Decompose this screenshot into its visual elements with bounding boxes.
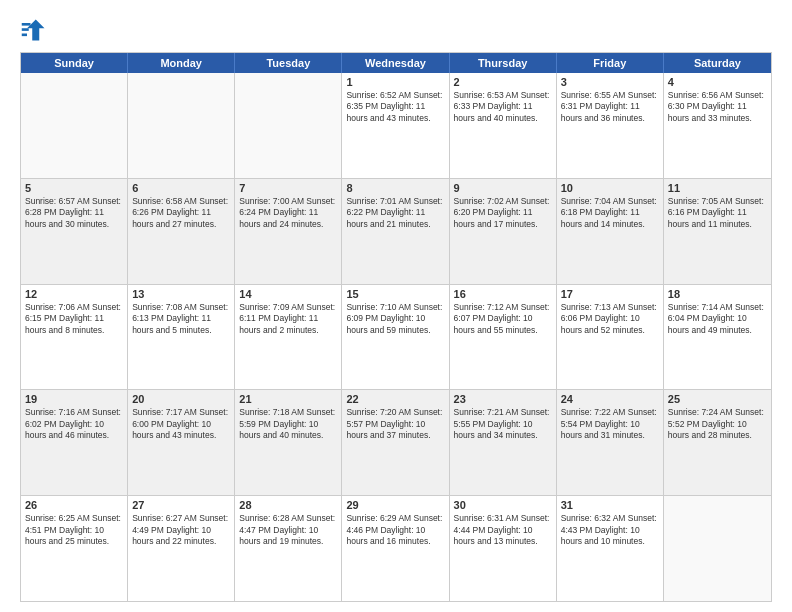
day-number: 19 xyxy=(25,393,123,405)
calendar-cell xyxy=(21,73,128,178)
header-cell-thursday: Thursday xyxy=(450,53,557,73)
calendar-body: 1Sunrise: 6:52 AM Sunset: 6:35 PM Daylig… xyxy=(21,73,771,601)
calendar-cell: 18Sunrise: 7:14 AM Sunset: 6:04 PM Dayli… xyxy=(664,285,771,390)
calendar-cell: 29Sunrise: 6:29 AM Sunset: 4:46 PM Dayli… xyxy=(342,496,449,601)
calendar-cell: 26Sunrise: 6:25 AM Sunset: 4:51 PM Dayli… xyxy=(21,496,128,601)
day-number: 24 xyxy=(561,393,659,405)
day-number: 13 xyxy=(132,288,230,300)
calendar-cell xyxy=(235,73,342,178)
header-cell-wednesday: Wednesday xyxy=(342,53,449,73)
day-info: Sunrise: 6:52 AM Sunset: 6:35 PM Dayligh… xyxy=(346,90,444,124)
page: SundayMondayTuesdayWednesdayThursdayFrid… xyxy=(0,0,792,612)
calendar-cell: 14Sunrise: 7:09 AM Sunset: 6:11 PM Dayli… xyxy=(235,285,342,390)
calendar-cell: 13Sunrise: 7:08 AM Sunset: 6:13 PM Dayli… xyxy=(128,285,235,390)
calendar-cell: 12Sunrise: 7:06 AM Sunset: 6:15 PM Dayli… xyxy=(21,285,128,390)
day-number: 30 xyxy=(454,499,552,511)
calendar-cell: 20Sunrise: 7:17 AM Sunset: 6:00 PM Dayli… xyxy=(128,390,235,495)
day-number: 25 xyxy=(668,393,767,405)
day-info: Sunrise: 7:21 AM Sunset: 5:55 PM Dayligh… xyxy=(454,407,552,441)
day-number: 2 xyxy=(454,76,552,88)
svg-rect-2 xyxy=(22,23,31,26)
svg-rect-4 xyxy=(22,34,27,37)
calendar-cell: 23Sunrise: 7:21 AM Sunset: 5:55 PM Dayli… xyxy=(450,390,557,495)
calendar-cell: 22Sunrise: 7:20 AM Sunset: 5:57 PM Dayli… xyxy=(342,390,449,495)
header-cell-sunday: Sunday xyxy=(21,53,128,73)
calendar-cell: 8Sunrise: 7:01 AM Sunset: 6:22 PM Daylig… xyxy=(342,179,449,284)
calendar-cell xyxy=(128,73,235,178)
day-info: Sunrise: 7:20 AM Sunset: 5:57 PM Dayligh… xyxy=(346,407,444,441)
day-info: Sunrise: 6:28 AM Sunset: 4:47 PM Dayligh… xyxy=(239,513,337,547)
calendar-cell: 11Sunrise: 7:05 AM Sunset: 6:16 PM Dayli… xyxy=(664,179,771,284)
calendar-cell: 24Sunrise: 7:22 AM Sunset: 5:54 PM Dayli… xyxy=(557,390,664,495)
day-info: Sunrise: 6:56 AM Sunset: 6:30 PM Dayligh… xyxy=(668,90,767,124)
calendar-header: SundayMondayTuesdayWednesdayThursdayFrid… xyxy=(21,53,771,73)
header-cell-monday: Monday xyxy=(128,53,235,73)
day-info: Sunrise: 6:53 AM Sunset: 6:33 PM Dayligh… xyxy=(454,90,552,124)
calendar-cell: 21Sunrise: 7:18 AM Sunset: 5:59 PM Dayli… xyxy=(235,390,342,495)
svg-rect-3 xyxy=(22,28,29,31)
calendar-row-5: 26Sunrise: 6:25 AM Sunset: 4:51 PM Dayli… xyxy=(21,496,771,601)
day-info: Sunrise: 7:01 AM Sunset: 6:22 PM Dayligh… xyxy=(346,196,444,230)
calendar-row-3: 12Sunrise: 7:06 AM Sunset: 6:15 PM Dayli… xyxy=(21,285,771,391)
day-number: 3 xyxy=(561,76,659,88)
day-number: 18 xyxy=(668,288,767,300)
day-number: 6 xyxy=(132,182,230,194)
calendar-cell: 17Sunrise: 7:13 AM Sunset: 6:06 PM Dayli… xyxy=(557,285,664,390)
day-info: Sunrise: 7:04 AM Sunset: 6:18 PM Dayligh… xyxy=(561,196,659,230)
day-info: Sunrise: 6:29 AM Sunset: 4:46 PM Dayligh… xyxy=(346,513,444,547)
calendar-cell: 16Sunrise: 7:12 AM Sunset: 6:07 PM Dayli… xyxy=(450,285,557,390)
day-info: Sunrise: 7:10 AM Sunset: 6:09 PM Dayligh… xyxy=(346,302,444,336)
day-info: Sunrise: 6:27 AM Sunset: 4:49 PM Dayligh… xyxy=(132,513,230,547)
calendar-cell: 5Sunrise: 6:57 AM Sunset: 6:28 PM Daylig… xyxy=(21,179,128,284)
calendar-row-1: 1Sunrise: 6:52 AM Sunset: 6:35 PM Daylig… xyxy=(21,73,771,179)
day-info: Sunrise: 6:32 AM Sunset: 4:43 PM Dayligh… xyxy=(561,513,659,547)
day-info: Sunrise: 7:14 AM Sunset: 6:04 PM Dayligh… xyxy=(668,302,767,336)
calendar-cell: 31Sunrise: 6:32 AM Sunset: 4:43 PM Dayli… xyxy=(557,496,664,601)
day-number: 26 xyxy=(25,499,123,511)
day-number: 20 xyxy=(132,393,230,405)
calendar-cell: 15Sunrise: 7:10 AM Sunset: 6:09 PM Dayli… xyxy=(342,285,449,390)
header xyxy=(20,16,772,44)
day-info: Sunrise: 6:25 AM Sunset: 4:51 PM Dayligh… xyxy=(25,513,123,547)
day-info: Sunrise: 6:57 AM Sunset: 6:28 PM Dayligh… xyxy=(25,196,123,230)
day-info: Sunrise: 7:09 AM Sunset: 6:11 PM Dayligh… xyxy=(239,302,337,336)
day-number: 21 xyxy=(239,393,337,405)
day-number: 9 xyxy=(454,182,552,194)
calendar-cell: 28Sunrise: 6:28 AM Sunset: 4:47 PM Dayli… xyxy=(235,496,342,601)
day-number: 7 xyxy=(239,182,337,194)
header-cell-friday: Friday xyxy=(557,53,664,73)
calendar-cell: 10Sunrise: 7:04 AM Sunset: 6:18 PM Dayli… xyxy=(557,179,664,284)
day-number: 8 xyxy=(346,182,444,194)
calendar-cell: 3Sunrise: 6:55 AM Sunset: 6:31 PM Daylig… xyxy=(557,73,664,178)
day-number: 1 xyxy=(346,76,444,88)
day-info: Sunrise: 6:31 AM Sunset: 4:44 PM Dayligh… xyxy=(454,513,552,547)
day-info: Sunrise: 7:16 AM Sunset: 6:02 PM Dayligh… xyxy=(25,407,123,441)
day-number: 29 xyxy=(346,499,444,511)
logo xyxy=(20,16,52,44)
calendar-cell: 4Sunrise: 6:56 AM Sunset: 6:30 PM Daylig… xyxy=(664,73,771,178)
day-info: Sunrise: 6:55 AM Sunset: 6:31 PM Dayligh… xyxy=(561,90,659,124)
calendar-cell: 19Sunrise: 7:16 AM Sunset: 6:02 PM Dayli… xyxy=(21,390,128,495)
day-info: Sunrise: 6:58 AM Sunset: 6:26 PM Dayligh… xyxy=(132,196,230,230)
calendar-row-2: 5Sunrise: 6:57 AM Sunset: 6:28 PM Daylig… xyxy=(21,179,771,285)
day-number: 15 xyxy=(346,288,444,300)
day-number: 16 xyxy=(454,288,552,300)
calendar-cell: 25Sunrise: 7:24 AM Sunset: 5:52 PM Dayli… xyxy=(664,390,771,495)
header-cell-tuesday: Tuesday xyxy=(235,53,342,73)
calendar-cell: 30Sunrise: 6:31 AM Sunset: 4:44 PM Dayli… xyxy=(450,496,557,601)
calendar-cell: 2Sunrise: 6:53 AM Sunset: 6:33 PM Daylig… xyxy=(450,73,557,178)
day-info: Sunrise: 7:02 AM Sunset: 6:20 PM Dayligh… xyxy=(454,196,552,230)
logo-icon xyxy=(20,16,48,44)
day-number: 22 xyxy=(346,393,444,405)
day-info: Sunrise: 7:18 AM Sunset: 5:59 PM Dayligh… xyxy=(239,407,337,441)
day-number: 23 xyxy=(454,393,552,405)
day-info: Sunrise: 7:08 AM Sunset: 6:13 PM Dayligh… xyxy=(132,302,230,336)
day-number: 4 xyxy=(668,76,767,88)
calendar-row-4: 19Sunrise: 7:16 AM Sunset: 6:02 PM Dayli… xyxy=(21,390,771,496)
day-info: Sunrise: 7:13 AM Sunset: 6:06 PM Dayligh… xyxy=(561,302,659,336)
calendar-cell: 1Sunrise: 6:52 AM Sunset: 6:35 PM Daylig… xyxy=(342,73,449,178)
calendar-cell: 27Sunrise: 6:27 AM Sunset: 4:49 PM Dayli… xyxy=(128,496,235,601)
calendar-cell xyxy=(664,496,771,601)
day-number: 11 xyxy=(668,182,767,194)
day-info: Sunrise: 7:05 AM Sunset: 6:16 PM Dayligh… xyxy=(668,196,767,230)
